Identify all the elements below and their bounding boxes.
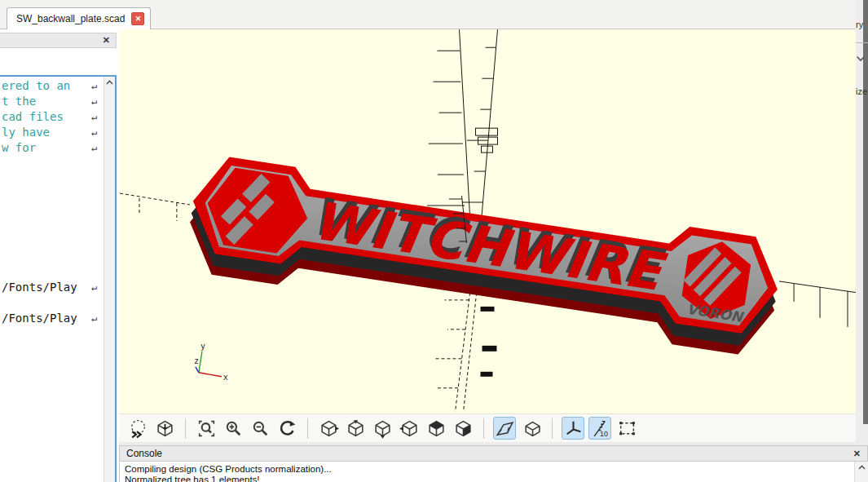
end-of-line-icon: ↵ [91,109,97,125]
reset-view-icon [155,418,175,439]
view-bottom-icon [372,418,393,439]
toolbar-separator [307,418,308,439]
right-panel-text-top: ry [856,20,863,29]
rotate-reset-button[interactable] [275,417,298,440]
editor-line[interactable]: /Fonts/Play↵ [2,280,108,295]
scale-markers-icon: 10 [590,418,610,439]
editor-line[interactable]: ly have↵ [2,125,108,140]
view-left-button[interactable] [398,417,421,440]
view-perspective-button[interactable] [493,417,516,440]
view-back-icon [453,418,474,439]
console-scrollbar[interactable] [854,462,868,482]
right-panel-text-bottom: ize [856,86,867,96]
viewport-toolbar: 10 [119,413,857,442]
editor-dock: ✕ ered to an↵t the↵cad files↵ly have↵w f… [0,29,119,482]
show-edges-button[interactable] [615,417,638,440]
zoom-all-icon [196,418,217,439]
perspective-icon [495,418,515,439]
editor-scrollbar[interactable] [104,77,115,482]
end-of-line-icon: ↵ [91,140,97,156]
view-bottom-button[interactable] [371,417,394,440]
tab-bar: SW_backwall_plate.scad ✕ [0,0,868,29]
editor-pane[interactable]: ered to an↵t the↵cad files↵ly have↵w for… [0,75,117,482]
console-log[interactable]: Compiling design (CSG Products normaliza… [119,462,868,482]
editor-line-text: /Fonts/Play [2,312,77,325]
right-panel-separator [856,42,868,43]
tab-close-icon[interactable]: ✕ [131,12,144,25]
editor-line-text: /Fonts/Play [2,281,77,294]
view-top-icon [346,418,366,439]
editor-line[interactable]: /Fonts/Play↵ [2,311,108,326]
right-panel-edge [863,0,868,424]
view-right-icon [319,418,339,439]
view-orthogonal-button[interactable] [520,417,543,440]
end-of-line-icon: ↵ [91,94,97,109]
editor-line-text: t the [2,95,36,108]
view-all-button[interactable] [126,417,149,440]
console-dock: Console ✕ Compiling design (CSG Products… [119,445,868,482]
editor-dock-titlebar: ✕ [0,33,117,48]
view-all-icon [128,418,148,439]
editor-dock-close-icon[interactable]: ✕ [103,36,110,45]
show-axes-button[interactable] [562,417,584,440]
tab-label: SW_backwall_plate.scad [16,13,125,24]
scroll-up-icon[interactable] [106,80,113,85]
gizmo-z-label: z [194,356,199,365]
gizmo-x-label: x [223,373,228,382]
edges-icon [617,418,637,439]
editor-line[interactable]: cad files↵ [2,109,108,125]
console-close-icon[interactable]: ✕ [853,449,861,458]
editor-line-text: ered to an [2,79,70,92]
scroll-up-icon[interactable] [858,465,866,470]
reset-view-button[interactable] [153,417,176,440]
orthogonal-icon [522,418,542,439]
console-lines: Compiling design (CSG Products normaliza… [125,464,868,482]
viewport-3d[interactable]: WITCHWIRE WITCHWIRE VORON x y z [119,29,857,413]
origin-gizmo: x y z [194,342,228,382]
model-switchwire-plate[interactable]: WITCHWIRE WITCHWIRE VORON [183,153,785,359]
toolbar-separator [483,418,484,439]
end-of-line-icon: ↵ [91,78,97,94]
editor-code-lines[interactable]: ered to an↵t the↵cad files↵ly have↵w for… [0,78,104,482]
render-scene: WITCHWIRE WITCHWIRE VORON x y z [119,29,857,413]
editor-line[interactable]: t the↵ [2,94,108,109]
gizmo-y-label: y [200,342,205,351]
zoom-out-icon [250,418,271,439]
editor-line-text: cad files [2,110,64,123]
view-front-icon [426,418,447,439]
show-scale-markers-button[interactable]: 10 [588,417,611,440]
zoom-in-button[interactable] [222,417,245,440]
view-front-button[interactable] [425,417,447,440]
zoom-in-icon [223,418,244,439]
editor-line[interactable]: ered to an↵ [2,78,108,94]
editor-line-text: ly have [2,126,50,139]
toolbar-separator [185,418,186,439]
console-line: Normalized tree has 1 elements! [125,475,868,482]
editor-line-text: w for [2,141,36,154]
end-of-line-icon: ↵ [91,311,97,326]
console-title: Console [126,448,162,459]
view-left-icon [399,418,420,439]
end-of-line-icon: ↵ [91,125,97,140]
svg-text:10: 10 [599,430,607,438]
right-panel-fragment: ry ize [856,0,868,445]
chevron-down-icon[interactable] [856,55,866,62]
zoom-all-button[interactable] [195,417,218,440]
end-of-line-icon: ↵ [91,280,97,295]
zoom-out-button[interactable] [249,417,271,440]
console-line: Compiling design (CSG Products normaliza… [125,464,868,475]
view-back-button[interactable] [452,417,474,440]
tab-sw-backwall-plate[interactable]: SW_backwall_plate.scad ✕ [7,7,151,29]
console-titlebar: Console ✕ [119,445,868,462]
view-right-button[interactable] [317,417,340,440]
rotate-reset-icon [277,418,297,439]
axes-icon [563,418,584,439]
view-top-button[interactable] [344,417,367,440]
toolbar-separator [552,418,553,439]
editor-line[interactable]: w for↵ [2,140,108,156]
